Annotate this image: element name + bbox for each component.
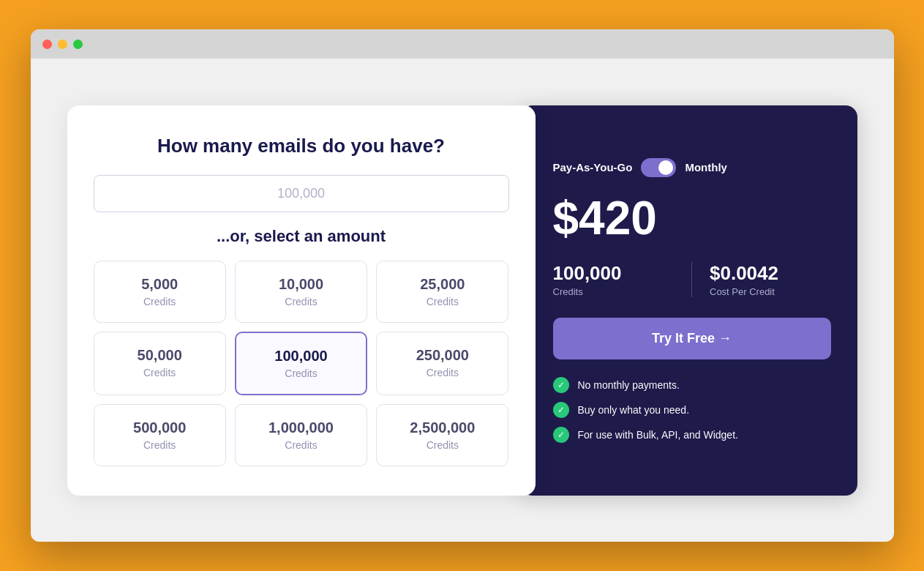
left-panel: How many emails do you have? ...or, sele…: [67, 105, 536, 496]
credit-amount: 100,000: [245, 348, 357, 365]
try-free-button[interactable]: Try It Free →: [553, 318, 831, 359]
browser-titlebar: [31, 29, 894, 59]
select-amount-label: ...or, select an amount: [94, 227, 509, 246]
features-list: ✓ No monthly payments. ✓ Buy only what y…: [553, 377, 831, 443]
toggle-thumb: [658, 160, 673, 175]
billing-toggle-row: Pay-As-You-Go Monthly: [553, 158, 831, 177]
credit-label: Credits: [244, 439, 358, 451]
feature-item-2: ✓ Buy only what you need.: [553, 402, 831, 418]
pay-as-you-go-label: Pay-As-You-Go: [553, 161, 633, 173]
email-count-input[interactable]: [94, 175, 509, 212]
credits-info-row: 100,000 Credits $0.0042 Cost Per Credit: [553, 262, 831, 297]
credit-amount: 2,500,000: [386, 419, 499, 436]
credit-label: Credits: [386, 296, 499, 307]
credit-card-250000[interactable]: 250,000 Credits: [376, 332, 508, 395]
credit-amount: 50,000: [103, 347, 217, 364]
traffic-light-red[interactable]: [42, 40, 52, 49]
credit-amount: 25,000: [386, 276, 499, 293]
check-icon-2: ✓: [553, 402, 569, 418]
credit-label: Credits: [386, 439, 499, 451]
traffic-lights: [42, 40, 83, 49]
credit-card-2500000[interactable]: 2,500,000 Credits: [376, 404, 508, 466]
check-icon-1: ✓: [553, 377, 569, 393]
check-icon-3: ✓: [553, 427, 569, 443]
credit-card-1000000[interactable]: 1,000,000 Credits: [235, 404, 367, 466]
credit-label: Credits: [103, 439, 217, 451]
credit-card-25000[interactable]: 25,000 Credits: [376, 261, 508, 323]
feature-text-3: For use with Bulk, API, and Widget.: [578, 429, 738, 441]
credit-label: Credits: [245, 367, 357, 379]
feature-text-1: No monthly payments.: [578, 379, 680, 391]
credit-amount: 1,000,000: [244, 419, 358, 436]
credit-card-10000[interactable]: 10,000 Credits: [235, 261, 367, 323]
billing-toggle[interactable]: [641, 158, 676, 177]
credits-grid: 5,000 Credits 10,000 Credits 25,000 Cred…: [94, 261, 509, 466]
cost-per-credit-sublabel: Cost Per Credit: [710, 286, 831, 297]
credit-label: Credits: [386, 367, 499, 378]
credit-card-50000[interactable]: 50,000 Credits: [94, 332, 226, 395]
right-panel: Pay-As-You-Go Monthly $420 100,000 Credi…: [521, 105, 857, 496]
traffic-light-yellow[interactable]: [58, 40, 67, 49]
credits-sublabel: Credits: [553, 286, 675, 297]
question-title: How many emails do you have?: [94, 135, 509, 157]
credit-card-500000[interactable]: 500,000 Credits: [94, 404, 226, 466]
credit-amount: 5,000: [103, 276, 217, 293]
credit-label: Credits: [103, 367, 217, 378]
traffic-light-green[interactable]: [73, 40, 83, 49]
main-container: How many emails do you have? ...or, sele…: [67, 105, 857, 496]
credits-count-col: 100,000 Credits: [553, 262, 693, 297]
cost-per-credit-number: $0.0042: [710, 262, 831, 285]
browser-window: How many emails do you have? ...or, sele…: [31, 29, 894, 542]
feature-item-1: ✓ No monthly payments.: [553, 377, 831, 393]
credits-count-number: 100,000: [553, 262, 675, 285]
credit-card-5000[interactable]: 5,000 Credits: [94, 261, 226, 323]
credit-label: Credits: [244, 296, 358, 307]
feature-text-2: Buy only what you need.: [578, 404, 690, 416]
price-display: $420: [553, 195, 831, 242]
credit-label: Credits: [103, 296, 217, 307]
credit-amount: 10,000: [244, 276, 358, 293]
monthly-label: Monthly: [685, 161, 727, 173]
credit-amount: 500,000: [103, 419, 217, 436]
credit-card-100000[interactable]: 100,000 Credits: [235, 332, 367, 395]
toggle-track: [641, 158, 676, 177]
browser-content: How many emails do you have? ...or, sele…: [31, 59, 894, 542]
credit-amount: 250,000: [386, 347, 499, 364]
feature-item-3: ✓ For use with Bulk, API, and Widget.: [553, 427, 831, 443]
cost-per-credit-col: $0.0042 Cost Per Credit: [692, 262, 831, 297]
